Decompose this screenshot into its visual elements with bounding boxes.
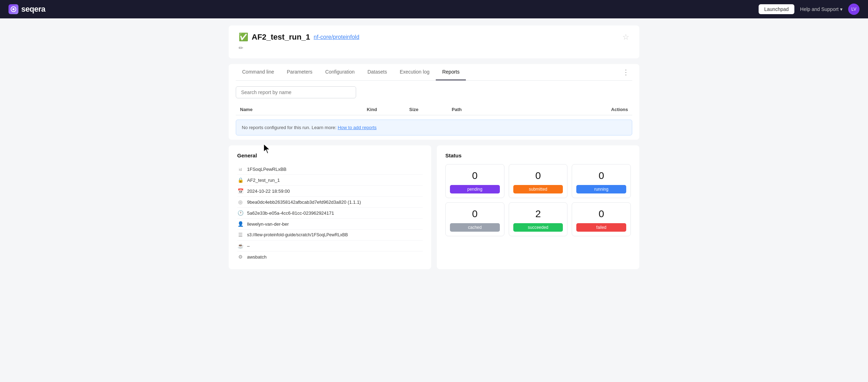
tabs-container: Command line Parameters Configuration Da… <box>229 64 639 140</box>
pending-count: 0 <box>450 170 500 181</box>
succeeded-badge: succeeded <box>513 223 563 232</box>
status-panel: Status 0 pending 0 submitted 0 running 0… <box>437 145 639 269</box>
logo-icon <box>8 4 18 14</box>
tab-command-line[interactable]: Command line <box>236 64 280 80</box>
status-card-succeeded: 2 succeeded <box>509 202 568 236</box>
brand-name: seqera <box>21 5 45 14</box>
chevron-down-icon: ▾ <box>840 6 843 12</box>
run-name: AF2_test_run_1 <box>252 33 310 42</box>
brand-area: seqera <box>8 4 45 14</box>
status-panel-title: Status <box>445 152 631 158</box>
coffee-icon: ☕ <box>237 243 244 249</box>
pipeline-link[interactable]: nf-core/proteinfold <box>314 34 359 40</box>
user-icon: 👤 <box>237 221 244 227</box>
top-navigation: seqera Launchpad Help and Support ▾ LV <box>0 0 868 18</box>
status-card-cached: 0 cached <box>445 202 504 236</box>
pending-badge: pending <box>450 185 500 193</box>
col-name: Name <box>240 107 367 112</box>
col-kind: Kind <box>367 107 409 112</box>
bottom-row: General id 1FSoqLPewRLxBB 🔒 AF2_test_run… <box>229 145 639 269</box>
tab-configuration[interactable]: Configuration <box>319 64 361 80</box>
info-row-user: 👤 llewelyn-van-der-ber <box>237 219 423 230</box>
settings-icon: ⚙ <box>237 254 244 260</box>
status-card-pending: 0 pending <box>445 164 504 198</box>
page-header: ✅ AF2_test_run_1 nf-core/proteinfold ✏ ☆ <box>229 25 639 58</box>
succeeded-count: 2 <box>513 208 563 220</box>
no-reports-banner: No reports configured for this run. Lear… <box>236 120 632 135</box>
help-support-button[interactable]: Help and Support ▾ <box>800 6 843 12</box>
general-panel-title: General <box>237 152 423 158</box>
info-row-name: 🔒 AF2_test_run_1 <box>237 175 423 186</box>
info-row-extra: ☕ – <box>237 241 423 251</box>
running-badge: running <box>576 185 626 193</box>
info-row-id: id 1FSoqLPewRLxBB <box>237 164 423 175</box>
how-to-add-reports-link[interactable]: How to add reports <box>338 125 377 130</box>
topnav-actions: Launchpad Help and Support ▾ LV <box>759 4 860 15</box>
running-count: 0 <box>576 170 626 181</box>
status-card-failed: 0 failed <box>572 202 631 236</box>
clock-icon: 🕐 <box>237 210 244 216</box>
submitted-badge: submitted <box>513 185 563 193</box>
status-grid: 0 pending 0 submitted 0 running 0 cached… <box>445 164 631 236</box>
tab-reports[interactable]: Reports <box>436 64 466 80</box>
tabs-list: Command line Parameters Configuration Da… <box>236 64 466 80</box>
cached-badge: cached <box>450 223 500 232</box>
general-panel: General id 1FSoqLPewRLxBB 🔒 AF2_test_run… <box>229 145 431 269</box>
submitted-count: 0 <box>513 170 563 181</box>
tab-execution-log[interactable]: Execution log <box>393 64 436 80</box>
cached-count: 0 <box>450 208 500 220</box>
svg-point-1 <box>12 8 15 10</box>
id-icon: id <box>237 167 244 172</box>
main-content: ✅ AF2_test_run_1 nf-core/proteinfold ✏ ☆… <box>215 18 653 276</box>
col-path: Path <box>452 107 578 112</box>
commit-icon: ◎ <box>237 199 244 205</box>
failed-count: 0 <box>576 208 626 220</box>
reports-content: Name Kind Size Path Actions No reports c… <box>236 81 632 140</box>
launchpad-button[interactable]: Launchpad <box>759 4 794 14</box>
failed-badge: failed <box>576 223 626 232</box>
info-row-date: 📅 2024-10-22 18:59:00 <box>237 186 423 197</box>
info-row-hash: 🕐 5a62e33b-e05a-4cc6-81cc-023962924171 <box>237 208 423 219</box>
search-input[interactable] <box>236 86 356 98</box>
tab-parameters[interactable]: Parameters <box>280 64 319 80</box>
page-title-row: ✅ AF2_test_run_1 nf-core/proteinfold <box>239 33 359 42</box>
name-icon: 🔒 <box>237 177 244 183</box>
user-avatar-button[interactable]: LV <box>848 4 860 15</box>
info-row-executor: ⚙ awsbatch <box>237 251 423 262</box>
tab-datasets[interactable]: Datasets <box>361 64 393 80</box>
tabs-row: Command line Parameters Configuration Da… <box>236 64 632 81</box>
col-actions: Actions <box>578 107 628 112</box>
info-row-workdir: ☰ s3://llew-proteinfold-guide/scratch/1F… <box>237 230 423 241</box>
storage-icon: ☰ <box>237 232 244 238</box>
col-size: Size <box>409 107 452 112</box>
favorite-star-icon[interactable]: ☆ <box>622 33 629 42</box>
status-card-submitted: 0 submitted <box>509 164 568 198</box>
status-check-icon: ✅ <box>239 33 248 42</box>
edit-icon[interactable]: ✏ <box>239 45 243 51</box>
status-card-running: 0 running <box>572 164 631 198</box>
table-header: Name Kind Size Path Actions <box>236 104 632 115</box>
date-icon: 📅 <box>237 188 244 194</box>
info-row-commit: ◎ 9bea0dc4ebb26358142afbcab3d7efd962d3a8… <box>237 197 423 208</box>
more-options-button[interactable]: ⋮ <box>619 65 632 79</box>
